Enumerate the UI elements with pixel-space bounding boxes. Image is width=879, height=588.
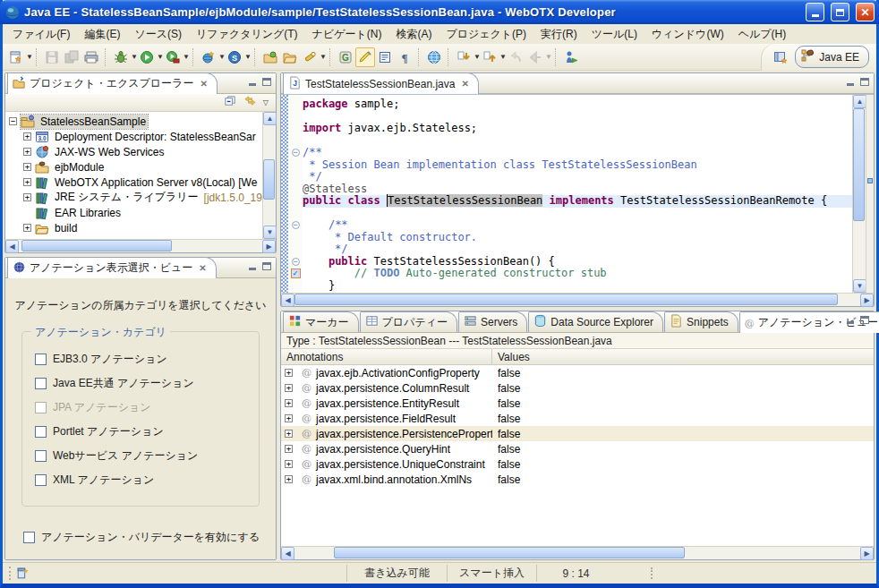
next-annotation-icon[interactable] [454, 47, 474, 67]
search-icon[interactable] [300, 47, 320, 67]
expand-icon[interactable]: + [285, 414, 293, 422]
scroll-up-icon[interactable]: ▲ [263, 112, 277, 125]
annotation-row[interactable]: +@javax.persistence.FieldResultfalse [281, 411, 874, 426]
tree-item[interactable]: +EAR Libraries [5, 205, 262, 220]
tree-item[interactable]: +build [5, 220, 262, 235]
project-tree-vscrollbar[interactable]: ▲ ▼ [262, 112, 276, 239]
menu-item[interactable]: 実行(R) [533, 24, 585, 45]
tab--[interactable]: マーカー [283, 311, 359, 332]
menu-item[interactable]: ツール(L) [585, 24, 644, 45]
annotation-row[interactable]: +@javax.persistence.EntityResultfalse [281, 396, 874, 411]
chevron-down-icon[interactable]: ▼ [218, 53, 225, 61]
editor-overview-ruler[interactable] [866, 95, 874, 293]
menu-item[interactable]: ウィンドウ(W) [644, 24, 731, 45]
scroll-left-icon[interactable]: ◀ [281, 294, 294, 307]
tab-snippets[interactable]: Snippets [664, 311, 738, 332]
code-line[interactable]: /** [303, 219, 852, 232]
expand-icon[interactable]: + [285, 384, 293, 392]
scroll-left-icon[interactable]: ◀ [281, 547, 294, 560]
open-type-icon[interactable] [260, 47, 280, 67]
code-line[interactable]: public TestStatelessSessionBean() { [303, 256, 852, 268]
checkbox[interactable] [35, 474, 47, 486]
tree-item[interactable]: +JAX-WS Web Services [5, 144, 262, 159]
fast-view-icon[interactable] [15, 566, 31, 582]
category-checkbox-row[interactable]: XML アノテーション [35, 473, 246, 488]
open-resource-icon[interactable] [280, 47, 300, 67]
maximize-view-icon[interactable] [262, 78, 271, 86]
scroll-right-icon[interactable]: ▶ [860, 547, 874, 560]
fastview-grip[interactable] [9, 567, 13, 580]
checkbox[interactable] [35, 354, 47, 365]
expand-icon[interactable]: + [285, 399, 293, 407]
perspective-javaee-button[interactable]: Java EE [795, 46, 869, 68]
collapse-all-icon[interactable] [224, 94, 237, 111]
menu-item[interactable]: ヘルプ(H) [731, 24, 794, 45]
ws-explorer-icon[interactable]: S [225, 47, 244, 67]
category-checkbox-row[interactable]: Webサービス アノテーション [35, 448, 246, 464]
menu-item[interactable]: 検索(A) [388, 24, 439, 45]
close-icon[interactable]: ✕ [199, 263, 206, 273]
category-checkbox-row[interactable]: EJB3.0 アノテーション [35, 352, 246, 367]
code-line[interactable]: * Session Bean implementation class Test… [303, 159, 852, 172]
tab--[interactable]: プロパティー [360, 311, 457, 332]
scroll-left-icon[interactable]: ◀ [5, 240, 19, 253]
tab-annotation-select-view[interactable]: アノテーション表示選択・ビュー ✕ [7, 257, 217, 278]
expand-icon[interactable]: + [285, 445, 293, 453]
tree-item[interactable]: +3.0Deployment Descriptor: StatelessBean… [5, 129, 262, 144]
minimize-view-icon[interactable] [846, 316, 856, 324]
column-annotations[interactable]: Annotations [281, 349, 492, 364]
code-line[interactable]: */ [303, 171, 852, 183]
close-icon[interactable]: ✕ [200, 79, 207, 89]
maximize-view-icon[interactable] [860, 316, 869, 324]
run-icon[interactable] [137, 47, 157, 67]
code-line[interactable]: package sample; [303, 98, 852, 111]
minimize-view-icon[interactable] [846, 78, 856, 86]
fold-collapse-icon[interactable]: − [292, 258, 300, 266]
code-line[interactable]: */ [303, 243, 852, 256]
new-web-service-icon[interactable] [199, 47, 218, 67]
maximize-view-icon[interactable] [860, 78, 869, 86]
g-tool-icon[interactable]: G [336, 47, 355, 67]
category-checkbox-row[interactable]: Portlet アノテーション [35, 424, 246, 439]
tab-servers[interactable]: Servers [458, 311, 527, 332]
show-segment-icon[interactable] [375, 47, 395, 67]
tab-project-explorer[interactable]: プロジェクト・エクスプローラー ✕ [7, 72, 218, 94]
menu-item[interactable]: プロジェクト(P) [439, 24, 533, 45]
code-line[interactable] [303, 208, 852, 220]
code-line[interactable] [303, 135, 852, 148]
chevron-down-icon[interactable]: ▼ [157, 53, 163, 61]
annotation-row[interactable]: +@javax.persistence.PersistencePropertyf… [281, 426, 874, 441]
print-icon[interactable] [81, 47, 101, 67]
menu-item[interactable]: リファクタリング(T) [189, 24, 305, 45]
chevron-down-icon[interactable]: ▼ [320, 53, 326, 61]
code-line[interactable]: @Stateless [303, 183, 852, 196]
annotation-table-hscrollbar[interactable]: ◀ ▶ [281, 546, 874, 559]
expand-icon[interactable]: + [23, 132, 31, 141]
annotation-row[interactable]: +@javax.persistence.QueryHintfalse [281, 441, 874, 456]
code-line[interactable]: } [303, 280, 852, 293]
expand-icon[interactable]: + [23, 178, 31, 186]
annotation-row[interactable]: +@javax.persistence.ColumnResultfalse [281, 380, 874, 396]
scroll-down-icon[interactable]: ▼ [263, 226, 277, 239]
menu-item[interactable]: ソース(S) [127, 24, 189, 45]
code-line[interactable]: * Default constructor. [303, 232, 852, 244]
tree-item[interactable]: +JRE システム・ライブラリー[jdk1.5.0_19] [5, 190, 262, 205]
link-with-editor-icon[interactable] [243, 94, 257, 111]
tree-item[interactable]: +WebOTX Application Server v8(Local) [We [5, 175, 262, 190]
chevron-down-icon[interactable]: ▼ [183, 53, 189, 61]
minimize-view-icon[interactable] [248, 78, 258, 86]
tab-editor-java-file[interactable]: J TestStatelessSessionBean.java ✕ [283, 72, 479, 94]
scroll-down-icon[interactable]: ▼ [853, 279, 866, 293]
close-button[interactable]: ✕ [856, 3, 875, 21]
launch-shortcut-icon[interactable] [561, 47, 581, 67]
menu-item[interactable]: 編集(E) [77, 24, 127, 45]
highlighter-icon[interactable] [355, 47, 375, 67]
annotation-row[interactable]: +@javax.ejb.ActivationConfigPropertyfals… [281, 365, 874, 380]
annotation-row[interactable]: +@javax.persistence.UniqueConstraintfals… [281, 456, 874, 472]
annotation-row[interactable]: +@javax.xml.bind.annotation.XmlNsfalse [281, 472, 874, 487]
minimize-button[interactable] [806, 3, 824, 21]
web-browser-icon[interactable] [424, 47, 444, 67]
expand-icon[interactable]: + [23, 163, 31, 171]
expand-icon[interactable]: + [285, 430, 293, 438]
fold-collapse-icon[interactable]: − [292, 221, 300, 229]
